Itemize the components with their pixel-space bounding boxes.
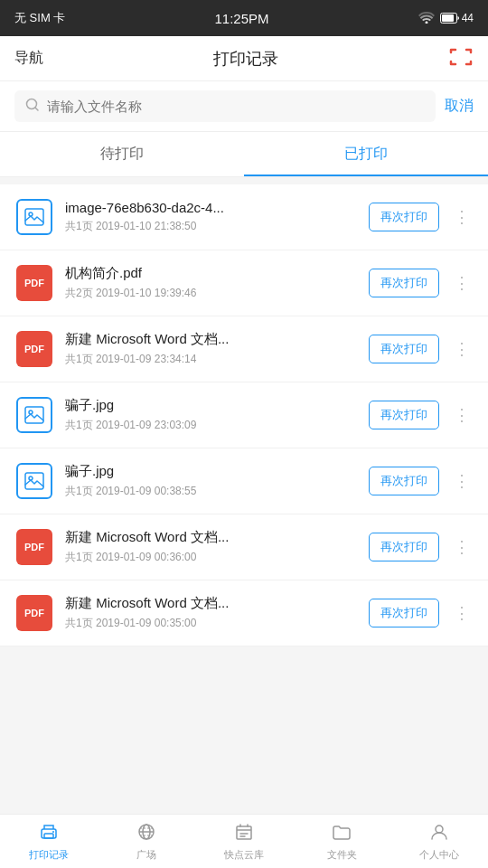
more-icon[interactable]: ⋮	[450, 471, 474, 491]
file-list-container: image-76e8b630-da2c-4... 共1页 2019-01-10 …	[0, 184, 488, 646]
list-item: 骗子.jpg 共1页 2019-01-09 23:03:09 再次打印 ⋮	[0, 382, 488, 448]
tab-pending[interactable]: 待打印	[0, 132, 244, 176]
reprint-button[interactable]: 再次打印	[369, 335, 439, 363]
file-name: 机构简介.pdf	[65, 265, 358, 282]
nav-item-print[interactable]: 打印记录	[0, 815, 98, 868]
scan-button[interactable]	[448, 47, 474, 71]
bottom-nav: 打印记录 广场 快点云库 文件夹	[0, 814, 488, 868]
nav-label-profile: 个人中心	[419, 848, 459, 862]
list-item: image-76e8b630-da2c-4... 共1页 2019-01-10 …	[0, 184, 488, 250]
reprint-button[interactable]: 再次打印	[369, 533, 439, 561]
file-info: 新建 Microsoft Word 文档... 共1页 2019-01-09 2…	[65, 331, 358, 367]
search-input[interactable]	[47, 99, 425, 114]
svg-rect-3	[25, 209, 43, 225]
page-title: 打印记录	[213, 48, 278, 70]
file-icon-image	[14, 395, 54, 435]
svg-rect-5	[25, 407, 43, 423]
cloud-icon	[233, 822, 255, 845]
more-icon[interactable]: ⋮	[450, 207, 474, 227]
search-bar: 取消	[0, 81, 488, 132]
file-icon-pdf: PDF	[14, 593, 54, 633]
reprint-button[interactable]: 再次打印	[369, 467, 439, 495]
svg-rect-7	[25, 473, 43, 489]
file-icon-pdf: PDF	[14, 263, 54, 303]
reprint-button[interactable]: 再次打印	[369, 269, 439, 297]
list-item: PDF 新建 Microsoft Word 文档... 共1页 2019-01-…	[0, 514, 488, 580]
nav-button[interactable]: 导航	[14, 49, 43, 68]
list-item: PDF 新建 Microsoft Word 文档... 共1页 2019-01-…	[0, 316, 488, 382]
svg-rect-10	[44, 834, 53, 838]
file-meta: 共2页 2019-01-10 19:39:46	[65, 286, 358, 301]
list-item: PDF 新建 Microsoft Word 文档... 共1页 2019-01-…	[0, 580, 488, 646]
nav-item-cloud[interactable]: 快点云库	[195, 815, 293, 868]
svg-point-11	[52, 831, 54, 833]
svg-rect-14	[237, 826, 251, 839]
nav-item-folder[interactable]: 文件夹	[293, 815, 390, 868]
nav-item-plaza[interactable]: 广场	[98, 815, 195, 868]
nav-label-cloud: 快点云库	[224, 848, 264, 862]
file-info: 骗子.jpg 共1页 2019-01-09 00:38:55	[65, 463, 358, 499]
file-info: 骗子.jpg 共1页 2019-01-09 23:03:09	[65, 397, 358, 433]
list-item: PDF 机构简介.pdf 共2页 2019-01-10 19:39:46 再次打…	[0, 250, 488, 316]
file-icon-pdf: PDF	[14, 527, 54, 567]
file-name: 新建 Microsoft Word 文档...	[65, 595, 358, 612]
more-icon[interactable]: ⋮	[450, 537, 474, 557]
file-icon-pdf: PDF	[14, 329, 54, 369]
plaza-icon	[136, 822, 157, 845]
search-icon	[25, 98, 40, 115]
folder-icon	[331, 822, 352, 845]
file-name: 骗子.jpg	[65, 397, 358, 414]
reprint-button[interactable]: 再次打印	[369, 599, 439, 627]
nav-item-profile[interactable]: 个人中心	[390, 815, 488, 868]
file-name: image-76e8b630-da2c-4...	[65, 200, 358, 215]
wifi-icon	[418, 11, 435, 26]
print-icon	[38, 822, 60, 845]
svg-point-15	[436, 826, 443, 833]
file-meta: 共1页 2019-01-09 00:36:00	[65, 550, 358, 565]
tab-bar: 待打印 已打印	[0, 132, 488, 177]
more-icon[interactable]: ⋮	[450, 339, 474, 359]
file-icon-image	[14, 461, 54, 501]
more-icon[interactable]: ⋮	[450, 405, 474, 425]
file-icon-image	[14, 197, 54, 237]
file-info: 机构简介.pdf 共2页 2019-01-10 19:39:46	[65, 265, 358, 301]
file-info: 新建 Microsoft Word 文档... 共1页 2019-01-09 0…	[65, 529, 358, 565]
file-meta: 共1页 2019-01-09 00:38:55	[65, 484, 358, 499]
file-meta: 共1页 2019-01-09 23:34:14	[65, 352, 358, 367]
status-time: 11:25PM	[214, 11, 268, 26]
svg-rect-1	[442, 14, 454, 22]
battery-icon: 44	[440, 12, 474, 24]
more-icon[interactable]: ⋮	[450, 603, 474, 623]
file-name: 骗子.jpg	[65, 463, 358, 480]
list-item: 骗子.jpg 共1页 2019-01-09 00:38:55 再次打印 ⋮	[0, 448, 488, 514]
file-meta: 共1页 2019-01-09 00:35:00	[65, 616, 358, 631]
status-icons: 44	[418, 11, 474, 26]
search-cancel[interactable]: 取消	[445, 97, 474, 116]
nav-label-print: 打印记录	[29, 848, 69, 862]
more-icon[interactable]: ⋮	[450, 273, 474, 293]
nav-label-folder: 文件夹	[327, 848, 357, 862]
file-info: image-76e8b630-da2c-4... 共1页 2019-01-10 …	[65, 200, 358, 234]
file-name: 新建 Microsoft Word 文档...	[65, 331, 358, 348]
status-bar: 无 SIM 卡 11:25PM 44	[0, 0, 488, 36]
tab-printed[interactable]: 已打印	[244, 132, 488, 176]
header: 导航 打印记录	[0, 36, 488, 81]
profile-icon	[428, 822, 450, 845]
search-input-wrap[interactable]	[14, 90, 436, 122]
status-sim: 无 SIM 卡	[14, 10, 65, 26]
reprint-button[interactable]: 再次打印	[369, 203, 439, 231]
file-meta: 共1页 2019-01-10 21:38:50	[65, 219, 358, 234]
nav-label-plaza: 广场	[136, 848, 156, 862]
file-meta: 共1页 2019-01-09 23:03:09	[65, 418, 358, 433]
reprint-button[interactable]: 再次打印	[369, 401, 439, 429]
file-list: image-76e8b630-da2c-4... 共1页 2019-01-10 …	[0, 184, 488, 701]
file-info: 新建 Microsoft Word 文档... 共1页 2019-01-09 0…	[65, 595, 358, 631]
file-name: 新建 Microsoft Word 文档...	[65, 529, 358, 546]
